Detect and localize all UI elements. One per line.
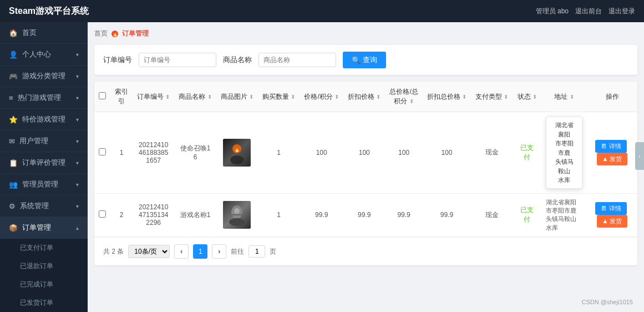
product-name-input[interactable] bbox=[258, 53, 336, 67]
row-checkbox bbox=[94, 112, 110, 194]
sidebar-sub-refund-orders[interactable]: 已退款订单 bbox=[0, 257, 88, 275]
watermark: CSDN @sheji1015 bbox=[582, 299, 633, 305]
sidebar-item-order-review[interactable]: 📋 订单评价管理 ▾ bbox=[0, 152, 88, 174]
chevron-down-icon: ▾ bbox=[76, 160, 79, 166]
nav-logout-btn[interactable]: 退出登录 bbox=[608, 7, 635, 16]
address-text: 湖北省襄阳市枣阳市鹿头镇马鞍山水库 bbox=[546, 198, 582, 233]
goto-label: 前往 bbox=[231, 247, 244, 256]
group-icon: 👥 bbox=[9, 180, 18, 189]
sidebar-sub-completed-orders[interactable]: 已完成订单 bbox=[0, 275, 88, 294]
per-page-select[interactable]: 10条/页 20条/页 50条/页 bbox=[128, 245, 170, 258]
filter-bar: 订单编号 商品名称 🔍 查询 bbox=[94, 45, 637, 75]
row-product-name: 使命召唤16 bbox=[174, 112, 216, 194]
detail-button-1[interactable]: 🖹 详情 bbox=[595, 140, 626, 153]
table-row: 1 20212410461883851657 使命召唤16 bbox=[94, 112, 637, 194]
sidebar-item-label: 首页 bbox=[22, 28, 37, 38]
ship-button-2[interactable]: ▲ 发货 bbox=[597, 215, 628, 228]
ship-button-1[interactable]: ▲ 发货 bbox=[597, 153, 628, 165]
order-no-input[interactable] bbox=[139, 53, 216, 67]
search-icon: 🔍 bbox=[352, 56, 361, 64]
sidebar-item-order-mgmt[interactable]: 📦 订单管理 ▴ bbox=[0, 217, 88, 239]
col-product-name: 商品名称 ⬍ bbox=[174, 82, 216, 112]
row-order-no: 20212410461883851657 bbox=[133, 112, 174, 194]
sidebar-item-label: 游戏分类管理 bbox=[22, 71, 65, 81]
svg-point-8 bbox=[229, 218, 245, 226]
col-price-points: 价格/积分 ⬍ bbox=[300, 82, 343, 112]
nav-front-btn[interactable]: 退出前台 bbox=[575, 7, 602, 16]
right-collapse-tab[interactable]: › bbox=[635, 142, 644, 170]
breadcrumb-home[interactable]: 首页 bbox=[94, 29, 108, 38]
row-actions: 🖹 详情 ▲ 发货 bbox=[587, 193, 637, 237]
profile-icon: 👤 bbox=[9, 51, 18, 59]
sidebar-item-home[interactable]: 🏠 首页 bbox=[0, 22, 88, 44]
row-total-discount: 99.9 bbox=[423, 193, 471, 237]
detail-button-2[interactable]: 🖹 详情 bbox=[595, 202, 626, 215]
row-order-no: 20212410471351342296 bbox=[133, 193, 174, 237]
address-popup: 湖北省襄阳市枣阳市鹿头镇马鞍山水库 bbox=[546, 117, 582, 189]
product-image-2 bbox=[223, 201, 251, 229]
select-all-checkbox[interactable] bbox=[99, 92, 106, 99]
row-status: 已支付 bbox=[513, 193, 541, 237]
breadcrumb-sep: 🔥 bbox=[111, 29, 119, 38]
chevron-down-icon: ▾ bbox=[76, 138, 79, 144]
chevron-down-icon: ▾ bbox=[76, 73, 79, 79]
row-product-img bbox=[216, 193, 258, 237]
row-select-checkbox[interactable] bbox=[99, 210, 106, 218]
breadcrumb: 首页 🔥 订单管理 bbox=[94, 29, 637, 38]
sidebar-sub-shipped-orders[interactable]: 已发货订单 bbox=[0, 294, 88, 312]
sidebar-item-label: 热门游戏管理 bbox=[18, 93, 61, 103]
menu-icon: ≡ bbox=[9, 94, 13, 102]
row-pay-type: 现金 bbox=[471, 112, 513, 194]
goto-input[interactable] bbox=[249, 245, 265, 258]
sidebar-sub-paid-orders[interactable]: 已支付订单 bbox=[0, 239, 88, 257]
chevron-down-icon: ▾ bbox=[76, 95, 79, 101]
page-1-btn[interactable]: 1 bbox=[193, 244, 207, 259]
sidebar-item-hot-games[interactable]: ≡ 热门游戏管理 ▾ bbox=[0, 87, 88, 109]
prev-page-btn[interactable]: ‹ bbox=[174, 244, 189, 259]
chevron-down-icon: ▴ bbox=[76, 225, 79, 231]
col-status: 状态 ⬍ bbox=[513, 82, 541, 112]
sidebar-item-system-mgmt[interactable]: ⚙ 系统管理 ▾ bbox=[0, 195, 88, 217]
col-pay-type: 支付类型 ⬍ bbox=[471, 82, 513, 112]
svg-text:🔥: 🔥 bbox=[112, 31, 119, 37]
sidebar-item-label: 系统管理 bbox=[20, 201, 49, 211]
app-title: Steam游戏平台系统 bbox=[9, 6, 89, 17]
col-discount-price: 折扣价格 ⬍ bbox=[343, 82, 385, 112]
svg-point-4 bbox=[230, 155, 244, 164]
sidebar: 🏠 首页 👤 个人中心 ▾ 🎮 游戏分类管理 ▾ ≡ 热门游戏管理 ▾ ⭐ 特价… bbox=[0, 22, 88, 312]
col-quantity: 购买数量 ⬍ bbox=[258, 82, 300, 112]
package-icon: 📦 bbox=[9, 224, 18, 232]
sidebar-item-admin-mgmt[interactable]: 👥 管理员管理 ▾ bbox=[0, 174, 88, 195]
sidebar-item-label: 订单评价管理 bbox=[22, 158, 65, 168]
row-actions: 🖹 详情 ▲ 发货 bbox=[587, 112, 637, 194]
sidebar-item-game-category[interactable]: 🎮 游戏分类管理 ▾ bbox=[0, 66, 88, 87]
row-index: 1 bbox=[110, 112, 133, 194]
next-page-btn[interactable]: › bbox=[212, 244, 226, 259]
col-action: 操作 bbox=[587, 82, 637, 112]
header-nav: 管理员 abo 退出前台 退出登录 bbox=[536, 7, 635, 16]
row-discount-price: 99.9 bbox=[343, 193, 385, 237]
row-select-checkbox[interactable] bbox=[99, 148, 106, 155]
col-address: 地址 ⬍ bbox=[541, 82, 587, 112]
sidebar-item-label: 管理员管理 bbox=[22, 179, 58, 189]
row-price-points: 100 bbox=[300, 112, 343, 194]
row-price-points: 99.9 bbox=[300, 193, 343, 237]
sidebar-item-user-mgmt[interactable]: ✉ 用户管理 ▾ bbox=[0, 130, 88, 152]
sidebar-item-label: 订单管理 bbox=[22, 223, 51, 233]
row-address: 湖北省襄阳市枣阳市鹿头镇马鞍山水库 bbox=[541, 193, 587, 237]
table-row: 2 20212410471351342296 游戏名称1 bbox=[94, 193, 637, 237]
pagination-bar: 共 2 条 10条/页 20条/页 50条/页 ‹ 1 › 前往 页 bbox=[94, 237, 637, 265]
col-total-points: 总价格/总积分 ⬍ bbox=[385, 82, 422, 112]
gear-icon: ⚙ bbox=[9, 202, 16, 210]
svg-point-9 bbox=[234, 208, 240, 214]
col-index: 索引引 bbox=[110, 82, 133, 112]
sidebar-item-profile[interactable]: 👤 个人中心 ▾ bbox=[0, 44, 88, 66]
star-icon: ⭐ bbox=[9, 115, 18, 124]
col-total-discount: 折扣总价格 ⬍ bbox=[423, 82, 471, 112]
row-index: 2 bbox=[110, 193, 133, 237]
col-order-no: 订单编号 ⬍ bbox=[133, 82, 174, 112]
row-status: 已支付 bbox=[513, 112, 541, 194]
sidebar-item-special-games[interactable]: ⭐ 特价游戏管理 ▾ bbox=[0, 109, 88, 130]
user-label: 管理员 abo bbox=[536, 7, 569, 16]
query-button[interactable]: 🔍 查询 bbox=[343, 52, 386, 68]
